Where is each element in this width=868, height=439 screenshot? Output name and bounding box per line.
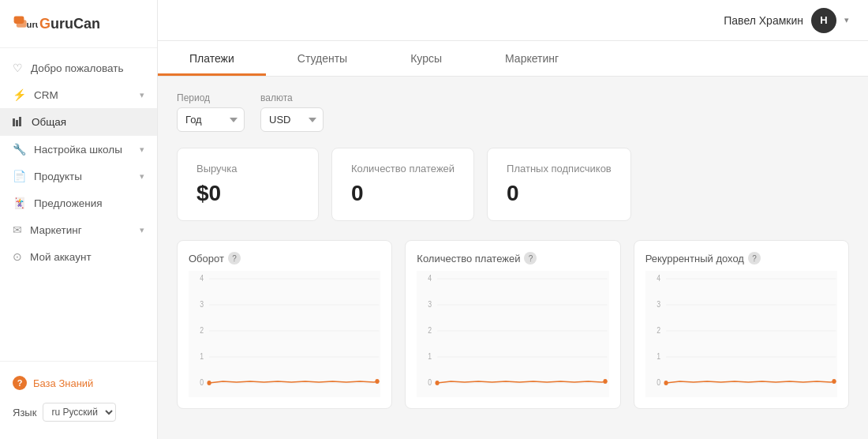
currency-label: валюта xyxy=(260,92,324,103)
avatar: Н xyxy=(811,8,836,33)
svg-point-40 xyxy=(832,379,836,384)
chart-recurring-area: 4 3 2 1 0 xyxy=(645,271,837,397)
revenue-label: Выручка xyxy=(196,163,299,174)
sidebar: uruCan GuruCan ♡ Добро пожаловать ⚡ CRM … xyxy=(0,0,158,439)
tabs-bar: Платежи Студенты Курсы Маркетинг xyxy=(158,41,868,77)
recurring-chart-svg: 4 3 2 1 0 xyxy=(645,271,837,397)
stat-subscribers: Платных подписчиков 0 xyxy=(487,148,631,221)
tab-students[interactable]: Студенты xyxy=(266,41,379,76)
svg-text:0: 0 xyxy=(657,378,660,387)
content-area: Период Год Месяц Неделя День валюта USD … xyxy=(158,77,868,439)
logo-icon: uruCan xyxy=(13,11,38,36)
period-select[interactable]: Год Месяц Неделя День xyxy=(177,107,245,132)
chart-recurring-title: Рекуррентный доход ? xyxy=(645,252,837,265)
chart-payments-title: Количество платежей ? xyxy=(417,252,608,265)
filters-row: Период Год Месяц Неделя День валюта USD … xyxy=(177,92,849,132)
sidebar-item-crm[interactable]: ⚡ CRM ▾ xyxy=(0,81,157,108)
marketing-icon: ✉ xyxy=(13,223,22,236)
stat-payments-count: Количество платежей 0 xyxy=(331,148,474,221)
svg-text:4: 4 xyxy=(428,274,432,283)
svg-point-41 xyxy=(664,381,668,385)
currency-select[interactable]: USD EUR RUB xyxy=(260,107,324,132)
crm-icon: ⚡ xyxy=(13,88,26,101)
subscribers-value: 0 xyxy=(507,181,612,206)
currency-filter: валюта USD EUR RUB xyxy=(260,92,324,132)
svg-text:2: 2 xyxy=(200,326,204,335)
revenue-help[interactable]: ? xyxy=(228,252,241,265)
logo-text: GuruCan xyxy=(39,16,100,32)
svg-rect-4 xyxy=(16,120,18,126)
payments-count-label: Количество платежей xyxy=(351,163,455,174)
main-content: Павел Храмкин Н ▾ Платежи Студенты Курсы… xyxy=(158,0,868,439)
sidebar-item-school-settings[interactable]: 🔧 Настройка школы ▾ xyxy=(0,136,157,163)
account-icon: ⊙ xyxy=(13,250,22,263)
chart-revenue-area: 4 3 2 1 0 xyxy=(189,271,380,397)
tab-payments[interactable]: Платежи xyxy=(158,41,266,76)
language-row: Язык ru Русский en English xyxy=(13,396,144,428)
settings-caret: ▾ xyxy=(140,144,144,155)
nav-items: ♡ Добро пожаловать ⚡ CRM ▾ Общая 🔧 Настр… xyxy=(0,48,157,361)
sidebar-item-marketing[interactable]: ✉ Маркетинг ▾ xyxy=(0,216,157,243)
chart-recurring: Рекуррентный доход ? 4 3 2 1 0 xyxy=(634,240,849,409)
svg-text:1: 1 xyxy=(428,352,432,361)
svg-text:0: 0 xyxy=(428,378,432,387)
topbar: Павел Храмкин Н ▾ xyxy=(158,0,868,41)
svg-text:2: 2 xyxy=(428,326,432,335)
svg-point-17 xyxy=(207,381,211,385)
svg-rect-1 xyxy=(17,20,27,28)
payments-count-value: 0 xyxy=(351,181,455,206)
svg-point-29 xyxy=(436,381,440,385)
svg-text:2: 2 xyxy=(657,326,660,335)
user-menu-caret[interactable]: ▾ xyxy=(844,15,849,25)
svg-text:3: 3 xyxy=(428,300,432,309)
marketing-caret: ▾ xyxy=(140,225,144,235)
svg-rect-3 xyxy=(13,118,15,126)
svg-text:3: 3 xyxy=(657,300,660,309)
svg-text:4: 4 xyxy=(657,274,660,283)
stat-revenue: Выручка $0 xyxy=(177,148,319,221)
products-caret: ▾ xyxy=(140,171,144,182)
stats-cards: Выручка $0 Количество платежей 0 Платных… xyxy=(177,148,849,221)
period-filter: Период Год Месяц Неделя День xyxy=(177,92,245,132)
svg-text:uruCan: uruCan xyxy=(27,20,38,29)
sidebar-item-offers[interactable]: 🃏 Предложения xyxy=(0,189,157,216)
period-label: Период xyxy=(177,92,245,103)
svg-point-16 xyxy=(375,379,379,384)
svg-text:4: 4 xyxy=(200,274,204,283)
svg-text:3: 3 xyxy=(200,300,204,309)
sidebar-bottom: ? База Знаний Язык ru Русский en English xyxy=(0,361,157,439)
logo-area: uruCan GuruCan xyxy=(0,0,157,48)
payments-chart-svg: 4 3 2 1 0 xyxy=(417,271,608,397)
tab-courses[interactable]: Курсы xyxy=(379,41,473,76)
tab-marketing[interactable]: Маркетинг xyxy=(473,41,590,76)
sidebar-item-welcome[interactable]: ♡ Добро пожаловать xyxy=(0,54,157,81)
sidebar-item-general[interactable]: Общая xyxy=(0,108,157,136)
svg-text:1: 1 xyxy=(657,352,660,361)
svg-rect-5 xyxy=(19,117,21,126)
chart-icon xyxy=(13,115,24,129)
charts-row: Оборот ? 4 3 2 1 xyxy=(177,240,849,409)
revenue-chart-svg: 4 3 2 1 0 xyxy=(189,271,380,397)
crm-caret: ▾ xyxy=(140,90,144,100)
heart-icon: ♡ xyxy=(13,62,23,74)
offers-icon: 🃏 xyxy=(13,197,26,209)
payments-help[interactable]: ? xyxy=(524,252,537,265)
revenue-value: $0 xyxy=(196,181,299,206)
settings-icon: 🔧 xyxy=(13,143,26,156)
svg-text:1: 1 xyxy=(200,352,204,361)
subscribers-label: Платных подписчиков xyxy=(507,163,612,174)
knowledge-base-link[interactable]: ? База Знаний xyxy=(13,370,144,396)
sidebar-item-my-account[interactable]: ⊙ Мой аккаунт xyxy=(0,243,157,270)
user-info: Павел Храмкин Н ▾ xyxy=(724,8,849,33)
question-icon: ? xyxy=(13,376,27,390)
products-icon: 📄 xyxy=(13,170,26,182)
recurring-help[interactable]: ? xyxy=(748,252,761,265)
svg-text:0: 0 xyxy=(200,378,204,387)
chart-payments: Количество платежей ? 4 3 2 1 0 xyxy=(405,240,620,409)
chart-payments-area: 4 3 2 1 0 xyxy=(417,271,608,397)
language-select[interactable]: ru Русский en English xyxy=(43,403,116,422)
user-name: Павел Храмкин xyxy=(724,14,803,27)
chart-revenue-title: Оборот ? xyxy=(189,252,380,265)
svg-point-28 xyxy=(604,379,608,384)
sidebar-item-products[interactable]: 📄 Продукты ▾ xyxy=(0,163,157,189)
